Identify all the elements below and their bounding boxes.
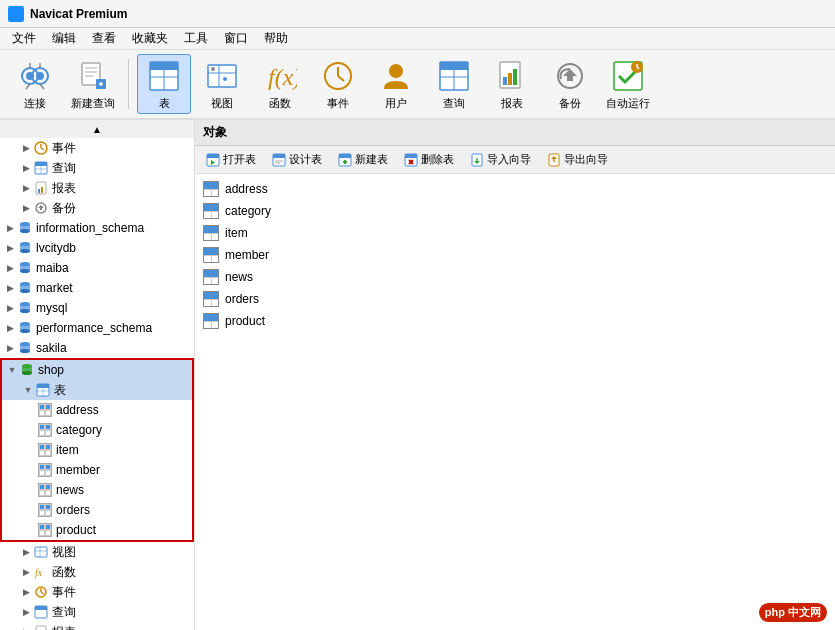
table-item-icon xyxy=(203,291,219,307)
sidebar-item-event-group[interactable]: ▶ 事件 xyxy=(0,582,194,602)
sidebar-item-report-group[interactable]: ▶ 报表 xyxy=(0,622,194,630)
panel-content: address category item member news orders xyxy=(195,174,835,630)
import-wizard-label: 导入向导 xyxy=(487,152,531,167)
connect-button[interactable]: 连接 xyxy=(8,54,62,114)
sidebar-item-mysql[interactable]: ▶ mysql xyxy=(0,298,194,318)
sidebar-db-label: lvcitydb xyxy=(36,241,76,255)
sidebar-item-lvcitydb[interactable]: ▶ lvcitydb xyxy=(0,238,194,258)
sidebar-scroll-up[interactable]: ▲ xyxy=(0,120,194,138)
delete-table-label: 删除表 xyxy=(421,152,454,167)
table-icon-address xyxy=(38,403,52,417)
query-button[interactable]: 查询 xyxy=(427,54,481,114)
sidebar-item-sakila[interactable]: ▶ sakila xyxy=(0,338,194,358)
export-wizard-icon xyxy=(547,153,561,167)
sidebar-item-news[interactable]: news xyxy=(2,480,192,500)
sidebar-item-shop[interactable]: ▼ shop xyxy=(2,360,192,380)
sidebar-item-maiba[interactable]: ▶ maiba xyxy=(0,258,194,278)
sidebar-item-performance-schema[interactable]: ▶ performance_schema xyxy=(0,318,194,338)
expand-arrow: ▶ xyxy=(4,282,16,294)
import-wizard-button[interactable]: 导入向导 xyxy=(463,149,538,170)
sidebar-item-member[interactable]: member xyxy=(2,460,192,480)
menu-tools[interactable]: 工具 xyxy=(176,28,216,49)
autorun-button[interactable]: 自动运行 xyxy=(601,54,655,114)
design-table-button[interactable]: 设计表 xyxy=(265,149,329,170)
delete-table-button[interactable]: 删除表 xyxy=(397,149,461,170)
menu-favorites[interactable]: 收藏夹 xyxy=(124,28,176,49)
query-label: 查询 xyxy=(443,96,465,111)
menu-window[interactable]: 窗口 xyxy=(216,28,256,49)
event-button[interactable]: 事件 xyxy=(311,54,365,114)
sidebar-label: 报表 xyxy=(52,180,76,197)
table-item-label: orders xyxy=(225,292,259,306)
svg-rect-35 xyxy=(508,73,512,85)
table-item-member[interactable]: member xyxy=(199,244,831,266)
sidebar-label: 事件 xyxy=(52,140,76,157)
user-button[interactable]: 用户 xyxy=(369,54,423,114)
title-bar: Navicat Premium xyxy=(0,0,835,28)
sidebar-item-query-prev[interactable]: ▶ 查询 xyxy=(0,158,194,178)
table-label: 表 xyxy=(159,96,170,111)
sidebar-item-address[interactable]: address xyxy=(2,400,192,420)
expand-arrow: ▶ xyxy=(4,322,16,334)
open-table-button[interactable]: 打开表 xyxy=(199,149,263,170)
table-item-item[interactable]: item xyxy=(199,222,831,244)
sidebar-item-view-group[interactable]: ▶ 视图 xyxy=(0,542,194,562)
svg-text:f(x): f(x) xyxy=(268,64,297,90)
table-icon-category xyxy=(38,423,52,437)
menu-view[interactable]: 查看 xyxy=(84,28,124,49)
expand-arrow: ▶ xyxy=(4,222,16,234)
query-group2-icon xyxy=(33,604,49,620)
query-group-icon xyxy=(33,160,49,176)
table-item-news[interactable]: news xyxy=(199,266,831,288)
table-item-orders[interactable]: orders xyxy=(199,288,831,310)
sidebar-label: 事件 xyxy=(52,584,76,601)
sidebar-item-orders[interactable]: orders xyxy=(2,500,192,520)
sidebar-item-backup-prev[interactable]: ▶ 备份 xyxy=(0,198,194,218)
sidebar-item-query-group[interactable]: ▶ 查询 xyxy=(0,602,194,622)
backup-button[interactable]: 备份 xyxy=(543,54,597,114)
sidebar-item-market[interactable]: ▶ market xyxy=(0,278,194,298)
db-icon xyxy=(17,320,33,336)
sidebar: ▲ ▶ 事件 ▶ 查询 ▶ 报表 ▶ xyxy=(0,120,195,630)
svg-point-67 xyxy=(20,309,30,313)
report-icon xyxy=(494,58,530,94)
table-item-address[interactable]: address xyxy=(199,178,831,200)
table-button[interactable]: 表 xyxy=(137,54,191,114)
sidebar-item-information-schema[interactable]: ▶ information_schema xyxy=(0,218,194,238)
svg-line-87 xyxy=(41,592,44,594)
table-icon xyxy=(146,58,182,94)
menu-file[interactable]: 文件 xyxy=(4,28,44,49)
new-table-button[interactable]: 新建表 xyxy=(331,149,395,170)
svg-rect-90 xyxy=(36,626,46,630)
table-item-label: news xyxy=(225,270,253,284)
expand-arrow: ▶ xyxy=(20,586,32,598)
sidebar-shop-label: shop xyxy=(38,363,64,377)
report-button[interactable]: 报表 xyxy=(485,54,539,114)
function-button[interactable]: f(x) 函数 xyxy=(253,54,307,114)
new-query-button[interactable]: 新建查询 xyxy=(66,54,120,114)
svg-point-55 xyxy=(20,229,30,233)
menu-help[interactable]: 帮助 xyxy=(256,28,296,49)
autorun-icon xyxy=(610,58,646,94)
sidebar-table-label: address xyxy=(56,403,99,417)
sidebar-item-category[interactable]: category xyxy=(2,420,192,440)
sidebar-item-func-group[interactable]: ▶ fx 函数 xyxy=(0,562,194,582)
sidebar-item-events-prev[interactable]: ▶ 事件 xyxy=(0,138,194,158)
table-item-product[interactable]: product xyxy=(199,310,831,332)
svg-point-22 xyxy=(211,67,215,71)
toolbar-separator-1 xyxy=(128,59,129,109)
expand-arrow: ▶ xyxy=(20,606,32,618)
sidebar-item-item[interactable]: item xyxy=(2,440,192,460)
sidebar-item-report-prev[interactable]: ▶ 报表 xyxy=(0,178,194,198)
sidebar-db-label: sakila xyxy=(36,341,67,355)
sidebar-item-biao[interactable]: ▼ 表 xyxy=(2,380,192,400)
view-button[interactable]: 视图 xyxy=(195,54,249,114)
menu-edit[interactable]: 编辑 xyxy=(44,28,84,49)
svg-rect-36 xyxy=(513,69,517,85)
export-wizard-button[interactable]: 导出向导 xyxy=(540,149,615,170)
svg-rect-34 xyxy=(503,77,507,85)
table-icon-item xyxy=(38,443,52,457)
table-item-category[interactable]: category xyxy=(199,200,831,222)
sidebar-item-product[interactable]: product xyxy=(2,520,192,540)
svg-point-3 xyxy=(36,72,44,80)
